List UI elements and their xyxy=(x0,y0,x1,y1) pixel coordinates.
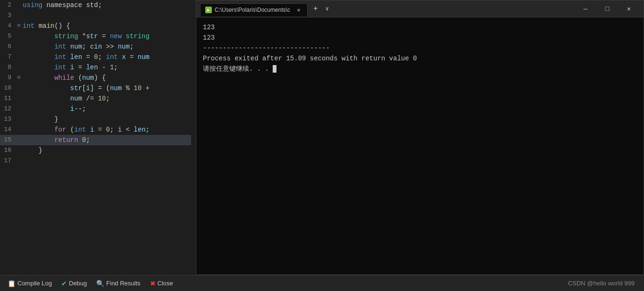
debug-icon: ✔ xyxy=(61,280,67,287)
maximize-button[interactable]: □ xyxy=(596,0,618,17)
line-content-16: } xyxy=(23,145,191,156)
line-num-9: 9 xyxy=(0,73,15,83)
bottom-toolbar: 📋 Compile Log ✔ Debug 🔍 Find Results ✖ C… xyxy=(0,275,644,291)
line-content-8: int i = len - 1; xyxy=(23,62,191,73)
terminal-output-4: Process exited after 15.09 seconds with … xyxy=(203,53,637,64)
terminal-tab[interactable]: ▶ C:\Users\Polaris\Documents\c ✕ xyxy=(200,3,308,17)
debug-label: Debug xyxy=(69,280,87,287)
window-controls: — □ ✕ xyxy=(575,0,640,17)
line-content-13: } xyxy=(23,114,191,125)
code-line-5: 5 string *str = new string xyxy=(0,31,191,42)
code-lines: 2 using namespace std; 3 4 ⊟ int main() … xyxy=(0,0,191,166)
minimize-button[interactable]: — xyxy=(575,0,596,17)
line-fold-4: ⊟ xyxy=(15,21,23,31)
code-line-3: 3 xyxy=(0,10,191,21)
terminal-tab-title: C:\Users\Polaris\Documents\c xyxy=(215,7,290,13)
code-line-8: 8 int i = len - 1; xyxy=(0,62,191,73)
code-line-10: 10 str[i] = (num % 10 + xyxy=(0,83,191,93)
code-line-7: 7 int len = 0; int x = num xyxy=(0,52,191,62)
close-icon: ✕ xyxy=(627,5,631,13)
compile-log-label: Compile Log xyxy=(17,280,52,287)
close-button[interactable]: ✕ xyxy=(618,0,640,17)
code-line-12: 12 i--; xyxy=(0,104,191,114)
line-num-5: 5 xyxy=(0,31,15,42)
code-line-15: 15 return 0; xyxy=(0,135,191,145)
line-num-12: 12 xyxy=(0,104,15,114)
line-num-6: 6 xyxy=(0,42,15,52)
terminal-output-1: 123 xyxy=(203,22,637,33)
tab-icon-letter: ▶ xyxy=(207,8,209,13)
watermark-text: CSDN @hello world 999 xyxy=(568,280,640,287)
line-num-3: 3 xyxy=(0,10,15,21)
line-content-4: int main() { xyxy=(23,21,191,31)
close-panel-icon: ✖ xyxy=(150,280,156,287)
maximize-icon: □ xyxy=(605,5,609,13)
terminal-output-2: 123 xyxy=(203,33,637,43)
line-num-17: 17 xyxy=(0,156,15,166)
new-tab-button[interactable]: + xyxy=(310,4,321,14)
line-fold-9: ⊟ xyxy=(15,73,23,83)
find-results-button[interactable]: 🔍 Find Results xyxy=(92,278,144,289)
line-num-2: 2 xyxy=(0,0,15,10)
line-num-14: 14 xyxy=(0,125,15,135)
code-line-6: 6 int num; cin >> num; xyxy=(0,42,191,52)
line-content-9: while (num) { xyxy=(23,73,191,83)
terminal-tab-icon: ▶ xyxy=(205,7,212,13)
terminal-titlebar: ▶ C:\Users\Polaris\Documents\c ✕ + ∨ — □… xyxy=(196,0,644,17)
minimize-icon: — xyxy=(584,5,587,13)
code-line-14: 14 for (int i = 0; i < len; xyxy=(0,125,191,135)
line-num-10: 10 xyxy=(0,83,15,93)
code-line-13: 13 } xyxy=(0,114,191,125)
compile-log-button[interactable]: 📋 Compile Log xyxy=(4,278,56,289)
code-line-2: 2 using namespace std; xyxy=(0,0,191,10)
line-content-2: using namespace std; xyxy=(23,0,191,10)
line-num-7: 7 xyxy=(0,52,15,62)
close-panel-button[interactable]: ✖ Close xyxy=(146,278,177,289)
terminal-cursor xyxy=(273,65,276,73)
terminal-body[interactable]: 123 123 --------------------------------… xyxy=(196,17,644,274)
find-results-label: Find Results xyxy=(106,280,140,287)
line-content-5: string *str = new string xyxy=(23,31,191,42)
line-content-7: int len = 0; int x = num xyxy=(23,52,191,62)
code-line-11: 11 num /= 10; xyxy=(0,93,191,104)
main-area: 2 using namespace std; 3 4 ⊟ int main() … xyxy=(0,0,644,275)
debug-button[interactable]: ✔ Debug xyxy=(58,278,91,289)
line-content-14: for (int i = 0; i < len; xyxy=(23,125,191,135)
find-results-icon: 🔍 xyxy=(96,280,104,287)
line-content-10: str[i] = (num % 10 + xyxy=(23,83,191,93)
line-num-16: 16 xyxy=(0,145,15,156)
line-content-12: i--; xyxy=(23,104,191,114)
terminal-window: ▶ C:\Users\Polaris\Documents\c ✕ + ∨ — □… xyxy=(196,0,644,275)
code-line-17: 17 xyxy=(0,156,191,166)
close-panel-label: Close xyxy=(158,280,173,287)
line-content-11: num /= 10; xyxy=(23,93,191,104)
compile-log-icon: 📋 xyxy=(8,280,16,287)
titlebar-actions: + ∨ xyxy=(310,4,332,14)
line-num-15: 15 xyxy=(0,135,15,145)
line-num-8: 8 xyxy=(0,62,15,73)
terminal-tab-close[interactable]: ✕ xyxy=(295,6,302,14)
line-num-13: 13 xyxy=(0,114,15,125)
line-num-4: 4 xyxy=(0,21,15,31)
terminal-output-3: -------------------------------- xyxy=(203,43,637,53)
dropdown-button[interactable]: ∨ xyxy=(323,4,332,13)
line-content-6: int num; cin >> num; xyxy=(23,42,191,52)
code-line-4: 4 ⊟ int main() { xyxy=(0,21,191,31)
code-editor: 2 using namespace std; 3 4 ⊟ int main() … xyxy=(0,0,191,275)
line-num-11: 11 xyxy=(0,93,15,104)
code-line-9: 9 ⊟ while (num) { xyxy=(0,73,191,83)
code-line-16: 16 } xyxy=(0,145,191,156)
line-content-15: return 0; xyxy=(23,135,191,145)
terminal-output-5: 请按任意键继续. . . xyxy=(203,64,637,74)
